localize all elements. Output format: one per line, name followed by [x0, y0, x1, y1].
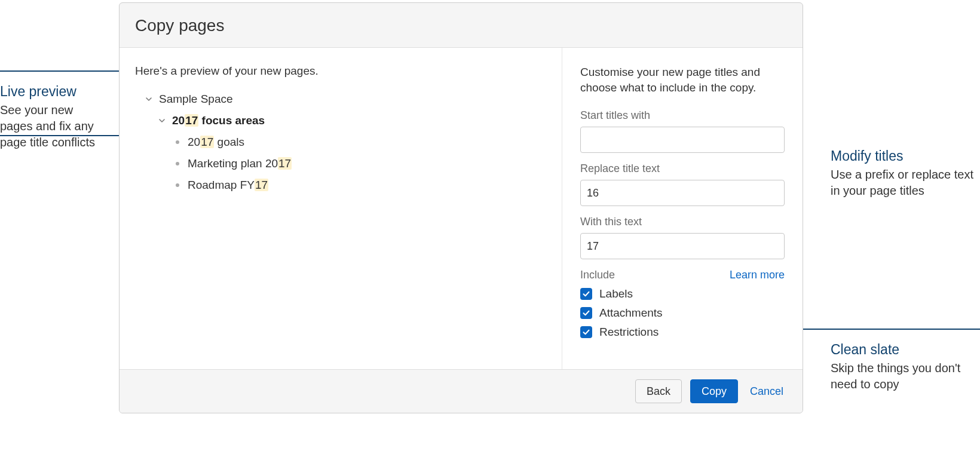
- checkbox-restrictions[interactable]: Restrictions: [580, 326, 785, 339]
- tree-root[interactable]: Sample Space: [135, 88, 546, 110]
- chevron-down-icon: [158, 116, 166, 125]
- back-button[interactable]: Back: [635, 379, 682, 403]
- annotation-live-preview: Live preview See your new pages and fix …: [0, 82, 105, 151]
- bullet-icon: [176, 140, 179, 144]
- annotation-modify-titles: Modify titles Use a prefix or replace te…: [831, 147, 980, 199]
- dialog-footer: Back Copy Cancel: [120, 369, 803, 413]
- learn-more-link[interactable]: Learn more: [730, 269, 785, 281]
- tree-root-label: Sample Space: [159, 93, 233, 106]
- annotation-title: Modify titles: [831, 147, 980, 165]
- copy-pages-dialog: Copy pages Here's a preview of your new …: [119, 2, 803, 413]
- checkbox-checked-icon: [580, 288, 592, 300]
- dialog-header: Copy pages: [120, 3, 803, 48]
- preview-intro: Here's a preview of your new pages.: [135, 65, 546, 78]
- preview-panel: Here's a preview of your new pages. Samp…: [120, 48, 562, 369]
- replace-text-input[interactable]: [580, 180, 785, 206]
- checkbox-checked-icon: [580, 307, 592, 319]
- checkbox-label: Attachments: [599, 306, 663, 320]
- checkbox-label: Labels: [599, 287, 633, 300]
- tree-item-label: 2017 goals: [188, 136, 244, 149]
- tree-item[interactable]: Marketing plan 2017: [135, 153, 546, 174]
- cancel-link[interactable]: Cancel: [746, 379, 787, 403]
- include-title: Include: [580, 269, 615, 281]
- start-titles-input[interactable]: [580, 127, 785, 153]
- annotation-title: Live preview: [0, 82, 105, 101]
- annotation-body: Skip the things you don't need to copy: [831, 360, 980, 392]
- customise-intro: Customise your new page titles and choos…: [580, 65, 785, 95]
- bullet-icon: [176, 183, 179, 187]
- field-replace-text: Replace title text: [580, 162, 785, 206]
- tree-item-label: Roadmap FY17: [188, 179, 268, 192]
- annotation-title: Clean slate: [831, 340, 980, 359]
- dialog-title: Copy pages: [135, 16, 787, 35]
- field-label: With this text: [580, 216, 785, 228]
- tree-item[interactable]: Roadmap FY17: [135, 174, 546, 196]
- with-text-input[interactable]: [580, 233, 785, 259]
- bullet-icon: [176, 162, 179, 165]
- annotation-body: Use a prefix or replace text in your pag…: [831, 167, 980, 199]
- field-start-titles: Start titles with: [580, 109, 785, 153]
- copy-button[interactable]: Copy: [690, 379, 738, 403]
- checkbox-labels[interactable]: Labels: [580, 287, 785, 300]
- annotation-line-left: [0, 70, 120, 72]
- tree-item[interactable]: 2017 goals: [135, 131, 546, 153]
- field-with-text: With this text: [580, 216, 785, 259]
- checkbox-checked-icon: [580, 326, 592, 338]
- chevron-down-icon: [145, 95, 153, 103]
- tree-item-focus[interactable]: 2017 focus areas: [135, 110, 546, 131]
- checkbox-label: Restrictions: [599, 326, 659, 339]
- tree-item-label: Marketing plan 2017: [188, 157, 292, 170]
- options-panel: Customise your new page titles and choos…: [562, 48, 803, 369]
- dialog-body: Here's a preview of your new pages. Samp…: [120, 48, 803, 369]
- page-tree: Sample Space 2017 focus areas 2017 goals: [135, 88, 546, 196]
- field-label: Start titles with: [580, 109, 785, 122]
- annotation-body: See your new pages and fix any page titl…: [0, 102, 105, 151]
- annotation-clean-slate: Clean slate Skip the things you don't ne…: [831, 340, 980, 392]
- checkbox-attachments[interactable]: Attachments: [580, 306, 785, 320]
- field-label: Replace title text: [580, 162, 785, 175]
- include-header: Include Learn more: [580, 269, 785, 281]
- tree-item-label: 2017 focus areas: [172, 114, 265, 127]
